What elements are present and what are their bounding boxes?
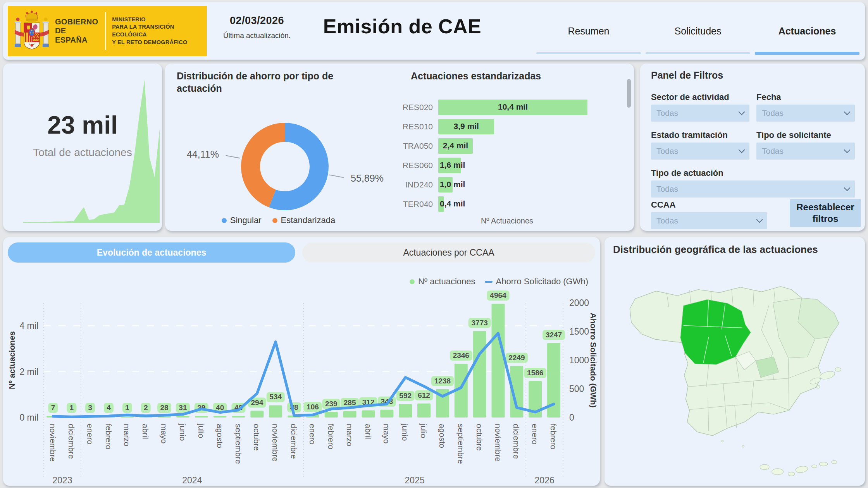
month-label: diciembre xyxy=(67,424,76,459)
map-ceuta[interactable] xyxy=(722,440,723,442)
scrollbar-thumb[interactable] xyxy=(627,79,631,108)
bar-value-label: 10,4 mil xyxy=(498,102,528,112)
month-label: marzo xyxy=(345,424,354,446)
legend-item-estandarizada[interactable]: Estandarizada xyxy=(272,215,336,225)
evolution-bar[interactable] xyxy=(380,410,393,418)
filter-panel: Panel de Filtros Sector de actividad Fec… xyxy=(640,64,865,231)
bar-label-text: 31 xyxy=(179,404,187,412)
legend-item-ahorro[interactable]: Ahorro Solicitado (GWh) xyxy=(485,277,588,287)
tab-evolucion-actuaciones[interactable]: Evolución de actuaciones xyxy=(8,242,295,263)
right-axis-title: Ahorro Solicitado (GWh) xyxy=(589,313,598,408)
bar-label-text: 1 xyxy=(125,404,129,412)
tab-actuaciones[interactable]: Actuaciones xyxy=(754,2,860,60)
legend-item-singular[interactable]: Singular xyxy=(222,215,262,225)
month-label: febrero xyxy=(327,424,336,450)
month-label: marzo xyxy=(122,424,131,446)
filter-dropdown-ccaa[interactable]: Todas xyxy=(651,212,767,229)
logo-divider xyxy=(105,12,106,50)
filter-dropdown-actuacion[interactable]: Todas xyxy=(651,180,855,198)
map-melilla[interactable] xyxy=(742,445,744,447)
filter-label-actuacion: Tipo de actuación xyxy=(651,168,723,178)
month-label: noviembre xyxy=(494,424,503,462)
bar-value-label: 0,4 mil xyxy=(440,199,465,208)
month-label: noviembre xyxy=(48,424,57,462)
chevron-down-icon xyxy=(756,217,763,223)
filter-label-solicitante: Tipo de solicitante xyxy=(756,130,831,140)
bar-label-text: 3773 xyxy=(472,319,488,327)
distribution-card: Distribución de ahorro por tipo de actua… xyxy=(165,64,634,231)
last-update-label: Última actualización. xyxy=(212,31,301,40)
bar-row-res020[interactable]: RES02010,4 mil xyxy=(392,98,617,117)
tab-resumen[interactable]: Resumen xyxy=(536,2,642,60)
left-axis-tick: 0 mil xyxy=(19,412,38,423)
bar-row-ter040[interactable]: TER0400,4 mil xyxy=(392,194,617,214)
filter-dropdown-estado[interactable]: Todas xyxy=(651,143,749,160)
month-label: septiembre xyxy=(456,424,465,464)
last-update: 02/03/2026 Última actualización. xyxy=(212,15,301,40)
tab-solicitudes[interactable]: Solicitudes xyxy=(645,2,751,60)
tab-underline-active xyxy=(755,52,859,55)
evolution-bar[interactable] xyxy=(399,404,412,418)
bar-row-res060[interactable]: RES0601,6 mil xyxy=(392,156,617,175)
bar-label-text: 1586 xyxy=(527,369,543,377)
evolution-bar[interactable] xyxy=(473,331,486,418)
donut-callout-line xyxy=(329,175,344,178)
month-label: abril xyxy=(141,424,150,439)
month-label: febrero xyxy=(104,424,113,450)
map-canary-islands[interactable] xyxy=(760,461,837,476)
bar-label-text: 2346 xyxy=(453,351,469,359)
legend-dot-singular xyxy=(222,218,227,223)
evolution-bar[interactable] xyxy=(195,416,208,418)
filter-panel-title: Panel de Filtros xyxy=(651,69,723,81)
spain-map[interactable] xyxy=(608,259,861,483)
report-tabs: Resumen Solicitudes Actuaciones xyxy=(536,2,860,60)
evolution-bar[interactable] xyxy=(269,405,282,418)
bar-row-ind240[interactable]: IND2401,0 mil xyxy=(392,175,617,194)
filter-dropdown-solicitante[interactable]: Todas xyxy=(756,143,855,160)
filter-label-sector: Sector de actividad xyxy=(651,92,729,102)
spain-coat-of-arms-icon xyxy=(14,9,50,53)
filter-dropdown-fecha[interactable]: Todas xyxy=(756,105,855,122)
evolution-bar[interactable] xyxy=(176,416,189,418)
chevron-down-icon xyxy=(844,109,851,115)
legend-line-ahorro xyxy=(485,281,493,283)
chevron-down-icon xyxy=(739,109,745,115)
filter-label-estado: Estado tramitación xyxy=(651,130,728,140)
evolution-bar[interactable] xyxy=(343,411,356,418)
chevron-down-icon xyxy=(739,147,745,153)
evolution-bar[interactable] xyxy=(232,416,245,418)
month-label: noviembre xyxy=(271,424,280,462)
bar-value-label: 1,0 mil xyxy=(440,180,465,189)
tab-underline xyxy=(646,52,750,54)
evolution-bar[interactable] xyxy=(492,304,505,418)
bar-label-text: 4964 xyxy=(490,291,506,299)
donut-chart-title: Distribución de ahorro por tipo de actua… xyxy=(177,70,343,95)
donut-chart[interactable]: 55,89%44,11% xyxy=(165,95,392,211)
legend-dot-estandarizada xyxy=(272,218,277,223)
evolution-combo-chart[interactable]: 7134122831294048294534881062392853123435… xyxy=(3,287,600,486)
evolution-bar[interactable] xyxy=(417,404,431,418)
month-label: febrero xyxy=(549,424,558,450)
tab-actuaciones-por-ccaa[interactable]: Actuaciones por CCAA xyxy=(302,242,595,263)
kpi-total-actuaciones-card: 23 mil Total de actuaciones xyxy=(3,64,162,231)
reset-filters-button[interactable]: Reestablecer filtros xyxy=(790,199,861,227)
left-axis-title: Nº actuaciones xyxy=(7,331,16,389)
month-label: enero xyxy=(530,424,539,445)
evolution-bar[interactable] xyxy=(325,412,338,418)
bar-row-res010[interactable]: RES0103,9 mil xyxy=(392,117,617,136)
legend-item-n-actuaciones[interactable]: Nº actuaciones xyxy=(410,277,475,287)
evolution-bar[interactable] xyxy=(250,411,264,418)
left-axis-tick: 4 mil xyxy=(19,321,38,331)
month-label: agosto xyxy=(438,424,447,448)
bar-row-tra050[interactable]: TRA0502,4 mil xyxy=(392,136,617,156)
filter-dropdown-sector[interactable]: Todas xyxy=(651,105,749,122)
month-label: mayo xyxy=(160,424,169,443)
filter-label-fecha: Fecha xyxy=(756,92,781,102)
evolution-bar[interactable] xyxy=(362,411,375,418)
month-label: enero xyxy=(86,424,95,445)
kpi-label: Total de actuaciones xyxy=(3,146,162,159)
chevron-down-icon xyxy=(844,147,851,153)
bar-label-text: 1 xyxy=(69,404,74,412)
evolution-bar[interactable] xyxy=(214,416,227,418)
year-label: 2023 xyxy=(52,475,72,485)
